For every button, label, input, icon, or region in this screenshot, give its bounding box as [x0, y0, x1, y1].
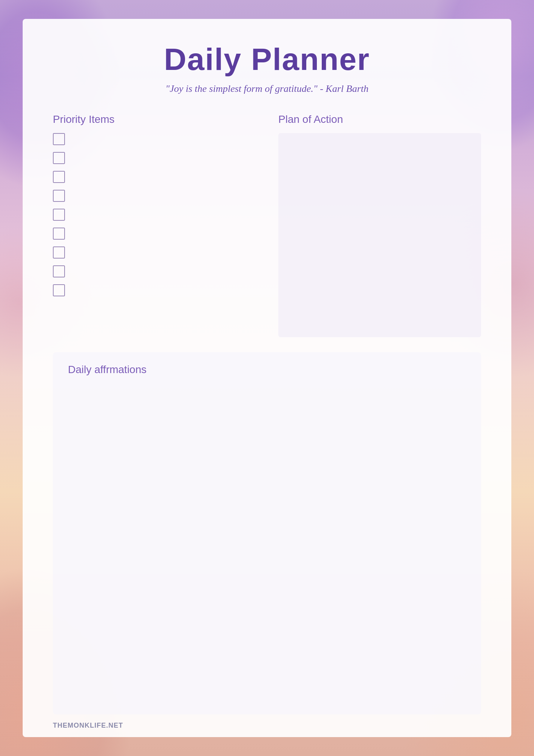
checkbox-8[interactable]	[53, 265, 65, 277]
checkbox-1[interactable]	[53, 133, 65, 145]
page-title: Daily Planner	[53, 42, 481, 77]
header: Daily Planner "Joy is the simplest form …	[53, 42, 481, 94]
list-item	[53, 209, 256, 221]
affirmations-section[interactable]: Daily affrmations	[53, 352, 481, 714]
list-item	[53, 228, 256, 240]
checkbox-2[interactable]	[53, 152, 65, 164]
list-item	[53, 133, 256, 145]
checkbox-3[interactable]	[53, 171, 65, 183]
priority-section: Priority Items	[53, 113, 256, 337]
list-item	[53, 152, 256, 164]
plan-label: Plan of Action	[278, 113, 481, 125]
list-item	[53, 246, 256, 259]
checkbox-9[interactable]	[53, 284, 65, 296]
list-item	[53, 284, 256, 296]
checkbox-4[interactable]	[53, 190, 65, 202]
checkbox-6[interactable]	[53, 228, 65, 240]
footer: THEMONKLIFE.NET	[53, 722, 123, 730]
quote: "Joy is the simplest form of gratitude."…	[53, 83, 481, 94]
plan-section: Plan of Action	[278, 113, 481, 337]
plan-box[interactable]	[278, 133, 481, 337]
main-content: Priority Items	[53, 113, 481, 337]
checkbox-5[interactable]	[53, 209, 65, 221]
page-container: Daily Planner "Joy is the simplest form …	[23, 19, 511, 737]
list-item	[53, 171, 256, 183]
list-item	[53, 190, 256, 202]
list-item	[53, 265, 256, 277]
affirmations-label: Daily affrmations	[68, 364, 466, 376]
priority-label: Priority Items	[53, 113, 256, 125]
footer-text: THEMONKLIFE.NET	[53, 722, 123, 729]
checkbox-7[interactable]	[53, 246, 65, 259]
checkbox-list	[53, 133, 256, 296]
